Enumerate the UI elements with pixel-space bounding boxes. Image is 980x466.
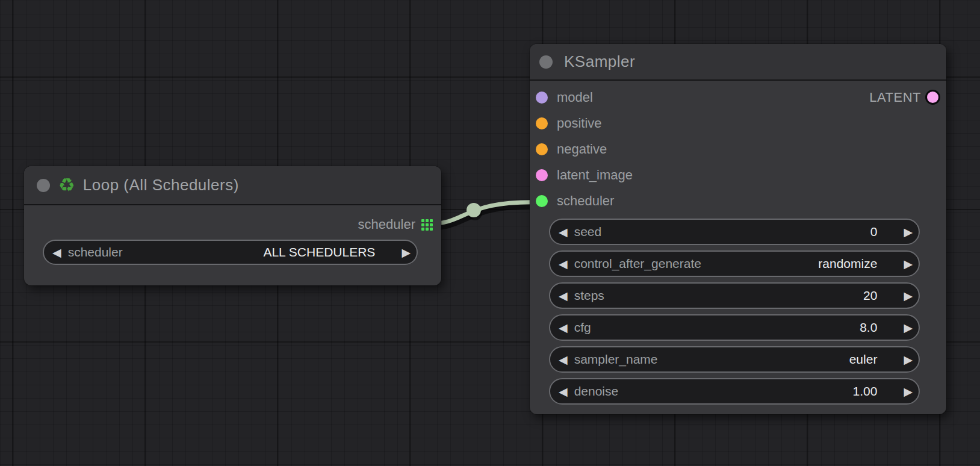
grid-output-icon[interactable] <box>421 219 433 231</box>
widget-value: 0 <box>870 225 878 239</box>
prev-arrow-icon[interactable]: ◀ <box>559 354 568 365</box>
input-slot-positive[interactable] <box>536 117 548 129</box>
prev-arrow-icon[interactable]: ◀ <box>52 247 61 258</box>
input-slot-label: latent_image <box>557 167 633 183</box>
widget-label: cfg <box>574 320 591 335</box>
input-slot-label: model <box>557 90 593 105</box>
node-title: Loop (All Schedulers) <box>83 176 239 194</box>
prev-arrow-icon[interactable]: ◀ <box>559 226 568 238</box>
input-slot-latent-image[interactable] <box>536 169 548 181</box>
widget-value: 1.00 <box>853 384 878 399</box>
loop-node-header: ♻ Loop (All Schedulers) <box>24 166 441 205</box>
widget-value: randomize <box>818 256 877 271</box>
next-arrow-icon[interactable]: ▶ <box>904 258 913 270</box>
output-slot-label: scheduler <box>358 217 415 232</box>
steps-widget[interactable]: ◀ steps 20 ▶ <box>549 282 920 309</box>
input-slot-scheduler[interactable] <box>536 195 548 207</box>
slot-row-negative: negative <box>530 136 946 162</box>
collapse-dot[interactable] <box>539 55 553 69</box>
slot-row-scheduler: scheduler <box>530 188 946 214</box>
widget-label: scheduler <box>68 245 123 259</box>
widget-label: steps <box>574 288 604 303</box>
prev-arrow-icon[interactable]: ◀ <box>559 322 568 334</box>
recycle-icon: ♻ <box>58 176 75 194</box>
output-slot-latent[interactable] <box>925 90 940 105</box>
seed-widget[interactable]: ◀ seed 0 ▶ <box>549 219 920 245</box>
widget-value: 8.0 <box>860 320 877 335</box>
widget-label: seed <box>574 225 602 239</box>
denoise-widget[interactable]: ◀ denoise 1.00 ▶ <box>549 378 920 405</box>
input-slot-model[interactable] <box>536 92 548 104</box>
prev-arrow-icon[interactable]: ◀ <box>559 258 568 270</box>
node-graph-canvas[interactable]: { "canvas": { "background": "#232326", "… <box>0 0 980 466</box>
input-slot-negative[interactable] <box>536 143 548 155</box>
next-arrow-icon[interactable]: ▶ <box>904 322 913 334</box>
control-after-generate-widget[interactable]: ◀ control_after_generate randomize ▶ <box>549 250 920 277</box>
ksampler-node-header: KSampler <box>530 44 946 81</box>
next-arrow-icon[interactable]: ▶ <box>904 290 913 302</box>
slot-row-positive: positive <box>530 110 946 136</box>
widget-label: denoise <box>574 384 619 399</box>
input-slot-label: scheduler <box>557 193 614 209</box>
next-arrow-icon[interactable]: ▶ <box>904 226 913 238</box>
output-slot-label: LATENT <box>869 90 921 105</box>
next-arrow-icon[interactable]: ▶ <box>904 354 913 365</box>
input-slot-label: negative <box>557 141 607 157</box>
prev-arrow-icon[interactable]: ◀ <box>559 386 568 397</box>
widget-value: ALL SCHEDULERS <box>263 245 375 259</box>
sampler-name-widget[interactable]: ◀ sampler_name euler ▶ <box>549 346 920 373</box>
next-arrow-icon[interactable]: ▶ <box>402 247 411 258</box>
slot-row-latent-image: latent_image <box>530 162 946 188</box>
cfg-widget[interactable]: ◀ cfg 8.0 ▶ <box>549 314 920 341</box>
link-midpoint-dot[interactable] <box>467 203 481 217</box>
slot-row-model: model LATENT <box>530 84 946 110</box>
node-loop-all-schedulers[interactable]: ♻ Loop (All Schedulers) scheduler ◀ sche… <box>24 166 441 285</box>
node-ksampler[interactable]: KSampler model LATENT positive negative … <box>530 44 946 414</box>
widget-value: 20 <box>863 288 877 303</box>
scheduler-combo-widget[interactable]: ◀ scheduler ALL SCHEDULERS ▶ <box>43 240 418 265</box>
collapse-dot[interactable] <box>37 179 50 192</box>
prev-arrow-icon[interactable]: ◀ <box>559 290 568 302</box>
widget-label: sampler_name <box>574 352 658 367</box>
widget-label: control_after_generate <box>574 256 701 271</box>
input-slot-label: positive <box>557 116 602 131</box>
widget-value: euler <box>849 352 878 367</box>
node-title: KSampler <box>564 52 635 71</box>
next-arrow-icon[interactable]: ▶ <box>904 386 913 397</box>
